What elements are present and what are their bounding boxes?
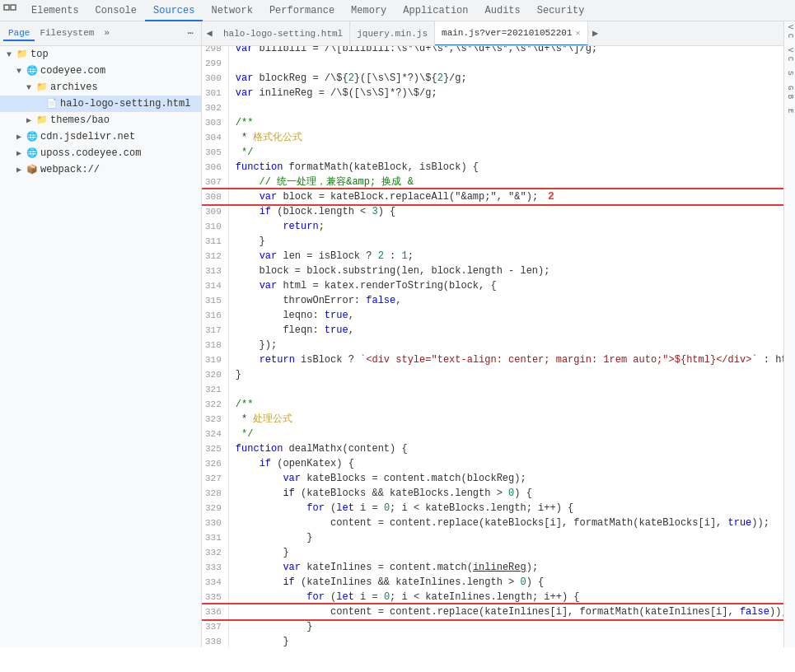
sidebar-item-uposs[interactable]: ▶ 🌐 uposs.codeyee.com	[0, 145, 201, 161]
table-row: 321	[202, 382, 783, 397]
expand-arrow-uposs: ▶	[16, 148, 26, 158]
line-number: 323	[202, 412, 228, 427]
sidebar-tab-more[interactable]: »	[99, 26, 115, 41]
table-row: 327 var kateBlocks = content.match(block…	[202, 471, 783, 486]
tab-memory[interactable]: Memory	[343, 0, 395, 21]
table-row: 330 content = content.replace(kateBlocks…	[202, 516, 783, 530]
table-row: 329 for (let i = 0; i < kateBlocks.lengt…	[202, 501, 783, 516]
tree-label-halo: halo-logo-setting.html	[60, 98, 190, 110]
line-number: 319	[202, 352, 228, 367]
sync-icon[interactable]: ⋯	[183, 26, 198, 41]
line-number: 318	[202, 338, 228, 352]
tree-label-top: top	[30, 49, 49, 60]
code-table: 290}291292function getWangYiMusic(id) {2…	[202, 46, 783, 647]
line-number: 327	[202, 471, 228, 486]
tab-network[interactable]: Network	[203, 0, 260, 21]
table-row: 316 leqno: true,	[202, 308, 783, 323]
table-row: 323 * 处理公式	[202, 412, 783, 427]
file-tab-nav-left[interactable]: ◀	[202, 26, 217, 41]
right-panel-vc2[interactable]: V C	[786, 48, 794, 61]
table-row: 307 // 统一处理，兼容&amp; 换成 &	[202, 175, 783, 189]
right-mini-panel: V C V C S G B E	[783, 21, 795, 647]
line-code: */	[228, 427, 783, 441]
table-row: 305 */	[202, 145, 783, 160]
table-row: 300var blockReg = /\${2}([\s\S]*?)\${2}/…	[202, 71, 783, 86]
line-code: for (let i = 0; i < kateBlocks.length; i…	[228, 501, 783, 516]
file-tab-mainjs[interactable]: main.js?ver=202101052201 ✕	[435, 21, 587, 46]
line-code: */	[228, 145, 783, 160]
line-code: content = content.replace(kateInlines[i]…	[228, 604, 783, 619]
line-number: 321	[202, 382, 228, 397]
tab-audits[interactable]: Audits	[477, 0, 529, 21]
sidebar-item-themes[interactable]: ▶ 📁 themes/bao	[0, 112, 201, 128]
expand-arrow-archives: ▼	[26, 83, 36, 92]
tab-performance[interactable]: Performance	[261, 0, 343, 21]
line-code: var kateInlines = content.match(inlineRe…	[228, 560, 783, 575]
sidebar-item-codeyee[interactable]: ▼ 🌐 codeyee.com	[0, 63, 201, 79]
table-row: 303/**	[202, 115, 783, 130]
folder-icon-cdn: 🌐	[26, 131, 38, 142]
line-code: * 格式化公式	[228, 130, 783, 145]
line-code: });	[228, 338, 783, 352]
table-row: 326 if (openKatex) {	[202, 456, 783, 471]
close-tab-icon[interactable]: ✕	[576, 28, 581, 38]
folder-icon-webpack: 📦	[26, 164, 38, 175]
svg-rect-0	[4, 5, 9, 10]
line-number: 334	[202, 575, 228, 590]
line-number: 303	[202, 115, 228, 130]
tab-security[interactable]: Security	[529, 0, 593, 21]
line-number: 332	[202, 545, 228, 560]
line-number: 326	[202, 456, 228, 471]
table-row: 315 throwOnError: false,	[202, 293, 783, 308]
tab-sources[interactable]: Sources	[145, 0, 203, 21]
code-editor[interactable]: 290}291292function getWangYiMusic(id) {2…	[202, 46, 783, 647]
expand-arrow-webpack: ▶	[16, 165, 26, 175]
expand-arrow-codeyee: ▼	[16, 67, 26, 76]
right-panel-vc1[interactable]: V C	[786, 25, 794, 38]
line-code: fleqn: true,	[228, 323, 783, 338]
right-panel-s[interactable]: S	[786, 71, 794, 75]
line-number: 317	[202, 323, 228, 338]
line-number: 312	[202, 249, 228, 264]
line-number: 305	[202, 145, 228, 160]
table-row: 306function formatMath(kateBlock, isBloc…	[202, 160, 783, 175]
tab-console[interactable]: Console	[87, 0, 145, 21]
tab-application[interactable]: Application	[395, 0, 476, 21]
line-code: * 处理公式	[228, 412, 783, 427]
line-code: }	[228, 367, 783, 382]
table-row: 332 }	[202, 545, 783, 560]
table-row: 324 */	[202, 427, 783, 441]
sidebar-item-top[interactable]: ▼ 📁 top	[0, 46, 201, 63]
sidebar-item-halo-logo[interactable]: 📄 halo-logo-setting.html	[0, 96, 201, 112]
line-number: 309	[202, 204, 228, 219]
line-number: 324	[202, 427, 228, 441]
line-code: if (openKatex) {	[228, 456, 783, 471]
right-panel-gb[interactable]: G B	[786, 86, 794, 99]
line-code: var bilibili = /\[bilibili:\s*\d+\s*,\s*…	[228, 46, 783, 56]
line-number: 338	[202, 634, 228, 647]
table-row: 325function dealMathx(content) {	[202, 441, 783, 456]
tree-label-archives: archives	[50, 82, 98, 93]
table-row: 317 fleqn: true,	[202, 323, 783, 338]
line-code: block = block.substring(len, block.lengt…	[228, 264, 783, 278]
line-code: function dealMathx(content) {	[228, 441, 783, 456]
line-code: if (block.length < 3) {	[228, 204, 783, 219]
sidebar-item-webpack[interactable]: ▶ 📦 webpack://	[0, 161, 201, 178]
line-number: 307	[202, 175, 228, 189]
right-panel-e[interactable]: E	[786, 109, 794, 113]
line-code: throwOnError: false,	[228, 293, 783, 308]
line-code: var len = isBlock ? 2 : 1;	[228, 249, 783, 264]
sidebar-item-cdn[interactable]: ▶ 🌐 cdn.jsdelivr.net	[0, 128, 201, 145]
line-number: 320	[202, 367, 228, 382]
file-tab-halo[interactable]: halo-logo-setting.html	[217, 21, 350, 46]
file-tab-jquery[interactable]: jquery.min.js	[350, 21, 435, 46]
tab-elements[interactable]: Elements	[23, 0, 87, 21]
line-code: var kateBlocks = content.match(blockReg)…	[228, 471, 783, 486]
line-code: }	[228, 634, 783, 647]
file-tab-expand[interactable]: ▶	[588, 26, 603, 41]
sidebar-tab-page[interactable]: Page	[3, 26, 35, 41]
sidebar-tab-filesystem[interactable]: Filesystem	[35, 26, 99, 41]
line-number: 299	[202, 56, 228, 71]
tree-label-cdn: cdn.jsdelivr.net	[40, 131, 135, 142]
sidebar-item-archives[interactable]: ▼ 📁 archives	[0, 79, 201, 96]
